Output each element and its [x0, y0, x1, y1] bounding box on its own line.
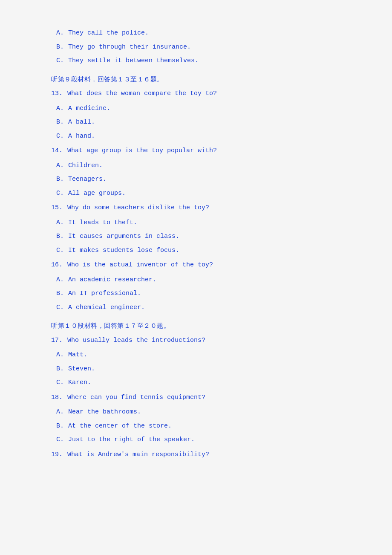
question-text: Where can you find tennis equipment?: [67, 392, 205, 404]
option-label: A.: [56, 406, 68, 419]
option-text: At the center of the store.: [68, 420, 172, 433]
section-header: 听第９段材料，回答第１３至１６题。: [51, 73, 341, 86]
option-text: A medicine.: [68, 103, 110, 115]
question-line: 14. What age group is the toy popular wi…: [51, 145, 341, 157]
option-text: They go through their insurance.: [68, 41, 191, 54]
option-line: B. It causes arguments in class.: [51, 231, 341, 243]
option-label: A.: [56, 349, 68, 361]
question-text: What age group is the toy popular with?: [67, 145, 217, 157]
option-label: B.: [56, 116, 68, 129]
option-line: B. A ball.: [51, 116, 341, 129]
option-text: A chemical engineer.: [68, 302, 145, 314]
question-number: 18.: [51, 392, 67, 404]
option-label: C.: [56, 434, 68, 446]
option-text: It causes arguments in class.: [68, 231, 179, 243]
option-line: C. A hand.: [51, 130, 341, 143]
option-line: C. Karen.: [51, 377, 341, 389]
option-line: A. They call the police.: [51, 27, 341, 40]
option-line: A. Matt.: [51, 349, 341, 361]
question-number: 15.: [51, 202, 67, 214]
option-text: Children.: [68, 160, 103, 172]
question-line: 13. What does the woman compare the toy …: [51, 88, 341, 100]
option-label: C.: [56, 188, 68, 200]
option-line: A. An academic researcher.: [51, 274, 341, 286]
option-text: A hand.: [68, 130, 95, 143]
question-number: 13.: [51, 88, 67, 100]
option-text: Near the bathrooms.: [68, 406, 141, 419]
option-text: Just to the right of the speaker.: [68, 434, 195, 446]
option-label: B.: [56, 231, 68, 243]
option-line: B. An IT professional.: [51, 288, 341, 300]
question-text: What does the woman compare the toy to?: [67, 88, 217, 100]
option-text: They settle it between themselves.: [68, 55, 199, 67]
option-text: It leads to theft.: [68, 217, 137, 229]
option-line: B. Steven.: [51, 363, 341, 376]
question-text: Who usually leads the introductions?: [67, 335, 205, 347]
question-number: 19.: [51, 449, 67, 461]
option-line: C. A chemical engineer.: [51, 302, 341, 314]
question-line: 19. What is Andrew's main responsibility…: [51, 449, 341, 461]
question-number: 16.: [51, 259, 67, 272]
option-text: Karen.: [68, 377, 91, 389]
section-header: 听第１０段材料，回答第１７至２０题。: [51, 320, 341, 332]
option-line: C. Just to the right of the speaker.: [51, 434, 341, 446]
question-line: 18. Where can you find tennis equipment?: [51, 392, 341, 404]
option-label: B.: [56, 288, 68, 300]
question-line: 17. Who usually leads the introductions?: [51, 335, 341, 347]
question-text: Who is the actual inventor of the toy?: [67, 259, 213, 272]
option-label: C.: [56, 245, 68, 257]
question-text: Why do some teachers dislike the toy?: [67, 202, 209, 214]
option-line: A. A medicine.: [51, 103, 341, 115]
question-number: 14.: [51, 145, 67, 157]
option-line: C. All age groups.: [51, 188, 341, 200]
option-line: A. It leads to theft.: [51, 217, 341, 229]
option-label: B.: [56, 420, 68, 433]
option-line: B. They go through their insurance.: [51, 41, 341, 54]
option-line: A. Near the bathrooms.: [51, 406, 341, 419]
option-text: Matt.: [68, 349, 87, 361]
option-label: A.: [56, 27, 68, 40]
option-text: An academic researcher.: [68, 274, 156, 286]
option-text: All age groups.: [68, 188, 126, 200]
option-line: B. Teenagers.: [51, 173, 341, 186]
option-label: A.: [56, 103, 68, 115]
option-label: C.: [56, 377, 68, 389]
question-line: 15. Why do some teachers dislike the toy…: [51, 202, 341, 214]
option-label: C.: [56, 130, 68, 143]
question-number: 17.: [51, 335, 67, 347]
option-label: B.: [56, 363, 68, 376]
option-line: C. It makes students lose focus.: [51, 245, 341, 257]
option-label: A.: [56, 217, 68, 229]
option-label: A.: [56, 274, 68, 286]
option-line: C. They settle it between themselves.: [51, 55, 341, 67]
option-text: Steven.: [68, 363, 95, 376]
option-label: A.: [56, 160, 68, 172]
option-label: B.: [56, 173, 68, 186]
main-content: A. They call the police.B. They go throu…: [51, 27, 341, 461]
option-text: A ball.: [68, 116, 95, 129]
option-text: They call the police.: [68, 27, 149, 40]
option-label: C.: [56, 55, 68, 67]
question-line: 16. Who is the actual inventor of the to…: [51, 259, 341, 272]
question-text: What is Andrew's main responsibility?: [67, 449, 209, 461]
option-line: A. Children.: [51, 160, 341, 172]
option-text: It makes students lose focus.: [68, 245, 179, 257]
option-text: Teenagers.: [68, 173, 107, 186]
option-text: An IT professional.: [68, 288, 141, 300]
option-line: B. At the center of the store.: [51, 420, 341, 433]
option-label: C.: [56, 302, 68, 314]
option-label: B.: [56, 41, 68, 54]
